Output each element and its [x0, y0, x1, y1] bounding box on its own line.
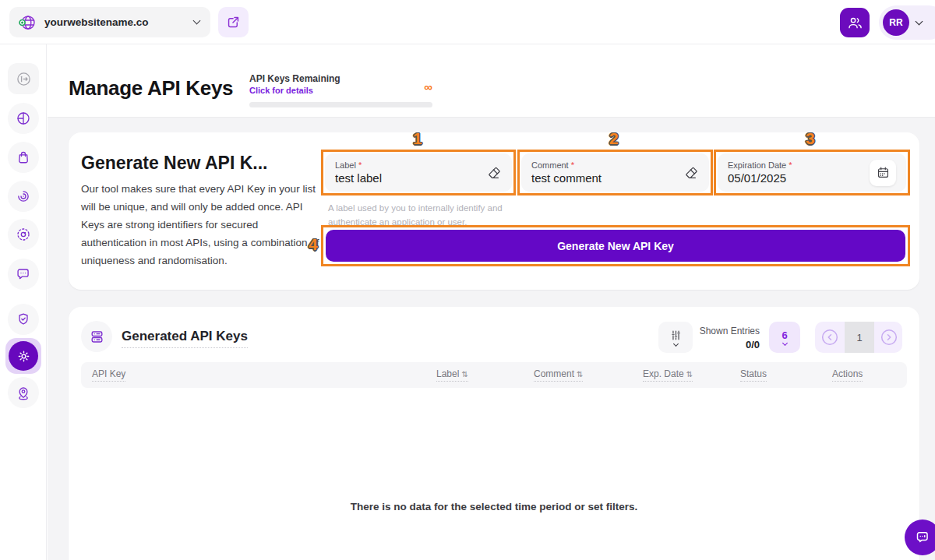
avatar: RR	[883, 9, 909, 36]
circle-arrow-right-icon	[16, 71, 32, 87]
open-site-button[interactable]	[218, 7, 249, 37]
remaining-title: API Keys Remaining	[249, 73, 432, 84]
topbar: yourwebsitename.co	[0, 0, 935, 44]
shopping-bag-icon	[16, 150, 31, 165]
annotation-number-1: 1	[413, 129, 422, 148]
generate-card-description: Our tool makes sure that every API Key i…	[81, 181, 324, 270]
annotation-box-4: Generate New API Key	[321, 225, 910, 266]
remaining-value: ∞	[424, 80, 432, 93]
current-page: 1	[845, 322, 874, 353]
shown-entries-label: Shown Entries	[683, 326, 760, 336]
sidebar-item-tracking[interactable]	[8, 219, 39, 250]
column-exp-date[interactable]: Exp. Date⇅	[643, 368, 693, 382]
annotation-number-4: 4	[309, 235, 318, 254]
sidebar-item-settings[interactable]	[5, 338, 41, 374]
pagination: 1	[815, 322, 902, 353]
sidebar-item-messages[interactable]	[8, 259, 39, 290]
comment-field-value: test comment	[531, 171, 677, 185]
chevron-down-icon	[916, 18, 923, 26]
comment-field[interactable]: Comment * test comment	[521, 153, 709, 192]
sidebar-item-security[interactable]	[8, 304, 39, 335]
users-icon	[847, 15, 863, 31]
eraser-icon[interactable]	[486, 165, 502, 181]
annotation-box-3: Expiration Date * 05/01/2025	[714, 150, 910, 195]
shield-check-icon	[16, 312, 31, 327]
eraser-icon[interactable]	[683, 165, 699, 181]
label-field[interactable]: Label * test label	[325, 153, 512, 192]
expiration-field-value: 05/01/2025	[728, 171, 863, 185]
database-icon	[81, 321, 112, 352]
chevron-down-icon	[193, 17, 201, 25]
pie-chart-icon	[16, 111, 31, 126]
annotation-box-2: Comment * test comment	[517, 150, 713, 195]
comment-field-label: Comment *	[531, 160, 677, 170]
empty-state-message: There is no data for the selected time p…	[69, 501, 919, 512]
column-comment[interactable]: Comment⇅	[534, 368, 583, 382]
team-button[interactable]	[840, 8, 870, 37]
page-header: Manage API Keys API Keys Remaining Click…	[48, 44, 935, 118]
sidebar-item-dashboard[interactable]	[8, 103, 39, 134]
sidebar-item-store[interactable]	[8, 142, 39, 173]
api-keys-remaining-widget: API Keys Remaining Click for details ∞	[249, 73, 432, 107]
sidebar-item-locations[interactable]	[8, 377, 39, 408]
site-selector[interactable]: yourwebsitename.co	[9, 7, 210, 37]
annotation-number-2: 2	[609, 129, 619, 148]
sidebar-item-panel-toggle[interactable]	[8, 63, 39, 94]
expiration-field-label: Expiration Date *	[728, 160, 863, 170]
generated-api-keys-card: Generated API Keys Shown Entries 0/0 6	[69, 307, 919, 560]
profile-menu[interactable]: RR	[879, 5, 935, 40]
chat-bubble-icon	[16, 266, 31, 282]
keys-card-title: Generated API Keys	[122, 329, 248, 348]
sort-icon: ⇅	[577, 370, 583, 379]
app-root: yourwebsitename.co	[0, 0, 935, 560]
support-chat-button[interactable]	[905, 519, 935, 555]
sidebar-item-analytics[interactable]	[8, 181, 39, 212]
previous-page-button[interactable]	[820, 327, 840, 347]
sort-icon: ⇅	[686, 370, 693, 379]
generate-card-title: Generate New API K...	[81, 153, 330, 174]
column-api-key: API Key	[92, 368, 125, 382]
spiral-icon	[16, 188, 31, 204]
shown-entries: Shown Entries 0/0	[683, 326, 760, 350]
sliders-icon	[669, 329, 683, 342]
label-field-label: Label *	[335, 160, 480, 170]
chat-bubble-icon	[914, 529, 931, 546]
target-icon	[16, 227, 31, 242]
column-label[interactable]: Label⇅	[436, 368, 468, 382]
calendar-icon[interactable]	[870, 160, 896, 186]
remaining-details-link[interactable]: Click for details	[249, 86, 432, 95]
sort-icon: ⇅	[461, 370, 468, 379]
external-link-icon	[226, 15, 241, 30]
next-page-button[interactable]	[879, 327, 899, 347]
label-field-value: test label	[335, 171, 480, 185]
column-actions: Actions	[832, 368, 863, 382]
page-size-select[interactable]: 6	[769, 322, 800, 353]
map-pin-icon	[16, 385, 31, 400]
remaining-progress-bar	[249, 102, 432, 107]
expiration-date-field[interactable]: Expiration Date * 05/01/2025	[718, 153, 906, 192]
site-name: yourwebsitename.co	[44, 16, 186, 28]
sidebar	[0, 44, 47, 560]
table-header-row: API Key Label⇅ Comment⇅ Exp. Date⇅ Statu…	[81, 362, 907, 388]
annotation-box-1: Label * test label	[321, 150, 516, 195]
column-status: Status	[740, 368, 767, 382]
page-title: Manage API Keys	[69, 76, 233, 100]
generate-api-key-button[interactable]: Generate New API Key	[326, 230, 905, 262]
chevron-down-icon	[672, 341, 678, 347]
globe-icon	[18, 13, 37, 32]
shown-entries-value: 0/0	[683, 339, 760, 350]
gear-icon	[9, 341, 38, 371]
annotation-number-3: 3	[806, 129, 815, 148]
chevron-down-icon	[782, 340, 787, 346]
